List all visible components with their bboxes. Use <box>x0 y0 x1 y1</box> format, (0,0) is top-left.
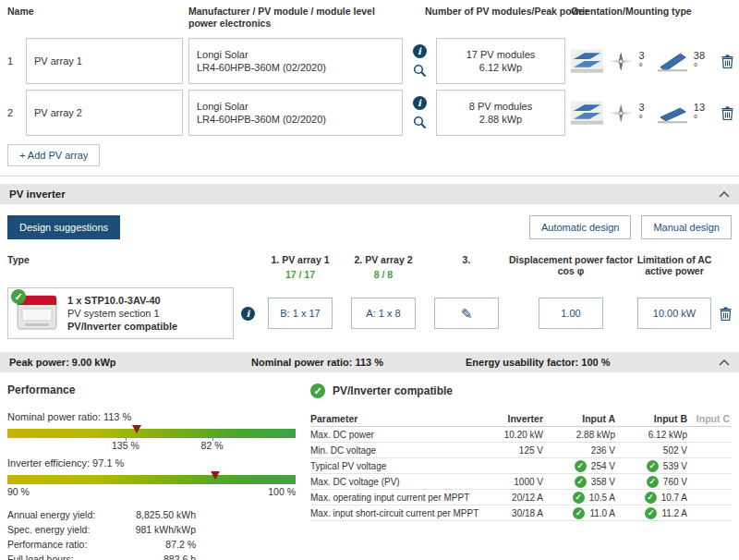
pv-array-name-field[interactable]: PV array 2 <box>26 90 183 136</box>
pv-array-name-field[interactable]: PV array 1 <box>26 38 183 84</box>
orientation-cell: 3 ° 13 ° <box>571 90 711 136</box>
inverter-type-field[interactable]: ✓ 1 x STP10.0-3AV-40 PV system section 1… <box>7 287 234 339</box>
inverter-title: 1 x STP10.0-3AV-40 <box>67 294 177 307</box>
peak-power: 6.12 kWp <box>479 61 522 74</box>
search-icon <box>413 116 427 129</box>
stat-row: Performance ratio:87.2 % <box>7 537 196 552</box>
array2-input-assignment[interactable]: A: 1 x 8 <box>351 298 416 329</box>
delete-pv-array-button[interactable] <box>721 55 733 68</box>
module-type: LR4-60HPB-360M (02/2020) <box>197 61 394 74</box>
mounting-type-icon <box>571 49 603 73</box>
inverter-value: 1000 V <box>490 477 543 487</box>
manual-design-button[interactable]: Manual design <box>641 215 732 239</box>
col-input-b: Input B <box>619 413 687 424</box>
input-a-value: 358 V <box>591 477 615 487</box>
automatic-design-button[interactable]: Automatic design <box>529 215 631 239</box>
ok-check-icon: ✓ <box>575 476 587 488</box>
ok-check-icon: ✓ <box>573 492 585 504</box>
column-pv-array-2: 2. PV array 2 <box>354 254 412 265</box>
stat-label: Full load hours: <box>7 554 74 560</box>
array3-input-assignment[interactable]: ✎ <box>434 298 499 329</box>
tilt-value: 13 ° <box>694 102 711 124</box>
column-pv-array-1: 1. PV array 1 <box>271 254 329 265</box>
array1-input-assignment[interactable]: B: 1 x 17 <box>268 298 333 329</box>
design-suggestions-button[interactable]: Design suggestions <box>7 215 120 239</box>
performance-panel: Performance Nominal power ratio: 113 % 1… <box>7 382 296 560</box>
section-divider <box>0 176 739 177</box>
input-a-value: 236 V <box>547 445 615 456</box>
stat-label: Annual energy yield: <box>7 509 95 520</box>
inverter-value: 30/18 A <box>490 508 543 518</box>
input-b-value: 502 V <box>619 445 687 456</box>
efficiency-gauge-bar <box>7 475 296 484</box>
azimuth-value: 3 ° <box>638 50 650 72</box>
stat-value: 87.2 % <box>165 539 196 550</box>
info-icon[interactable]: i <box>241 307 255 321</box>
pv-module-field[interactable]: Longi Solar LR4-60HPB-360M (02/2020) <box>188 90 403 136</box>
column-name: Name <box>7 6 183 30</box>
compatibility-title: PV/Inverter compatible <box>333 384 453 397</box>
input-b-value: 10.7 A <box>661 493 687 503</box>
azimuth-value: 3 ° <box>638 102 650 124</box>
stat-row: Spec. energy yield:981 kWh/kWp <box>7 522 196 537</box>
modules-count: 8 PV modules <box>469 100 532 113</box>
pv-inverter-section-header[interactable]: PV inverter <box>0 184 739 204</box>
compat-row: Max. input short-circuit current per MPP… <box>310 505 732 521</box>
col-input-a: Input A <box>547 413 615 424</box>
results-summary-bar[interactable]: Peak power: 9.00 kWp Nominal power ratio… <box>0 352 739 372</box>
param-label: Max. DC voltage (PV) <box>310 477 486 487</box>
trash-icon <box>721 106 733 120</box>
modules-peak-power-field[interactable]: 17 PV modules 6.12 kWp <box>436 38 565 84</box>
efficiency-bar-label: Inverter efficiency: 97.1 % <box>7 457 296 469</box>
column-ac-limit: Limitation of AC active power <box>634 254 715 280</box>
column-orientation: Orientation/Mounting type <box>571 6 711 30</box>
npr-ticks: 135 % 82 % <box>7 438 296 452</box>
compat-row: Max. operating input current per MPPT 20… <box>310 490 732 505</box>
modules-peak-power-field[interactable]: 8 PV modules 2.88 kWp <box>436 90 565 136</box>
ok-check-icon: ✓ <box>573 507 585 519</box>
search-module-button[interactable] <box>413 64 427 78</box>
ok-check-icon: ✓ <box>645 492 657 504</box>
inverter-image: ✓ <box>16 294 58 333</box>
array1-module-count: 17 / 17 <box>285 269 315 280</box>
tilt-value: 38 ° <box>694 50 711 72</box>
chevron-up-icon[interactable] <box>719 359 730 366</box>
input-a-value: 254 V <box>591 461 615 471</box>
efficiency-marker <box>211 471 220 480</box>
inverter-value: 10.20 kW <box>490 430 543 440</box>
summary-nominal-power-ratio: Nominal power ratio: 113 % <box>251 357 466 368</box>
pv-array-name: PV array 1 <box>34 55 175 67</box>
compatibility-table: Parameter Inverter Input A Input B Input… <box>310 411 732 521</box>
compat-header-row: Parameter Inverter Input A Input B Input… <box>310 411 732 427</box>
param-label: Min. DC voltage <box>310 445 486 456</box>
delete-inverter-button[interactable] <box>720 307 732 321</box>
search-module-button[interactable] <box>413 116 427 129</box>
npr-marker <box>132 425 141 433</box>
npr-gauge-bar <box>7 429 296 438</box>
pv-module-field[interactable]: Longi Solar LR4-60HPB-360M (02/2020) <box>188 38 403 84</box>
trash-icon <box>721 55 733 68</box>
delete-pv-array-button[interactable] <box>721 106 733 120</box>
module-manufacturer: Longi Solar <box>197 100 394 113</box>
column-cos-phi: Displacement power factor cos φ <box>508 254 634 280</box>
efficiency-ticks: 90 % 100 % <box>7 484 296 498</box>
param-label: Typical PV voltage <box>310 461 486 471</box>
module-manufacturer: Longi Solar <box>197 48 394 61</box>
compatibility-panel: ✓ PV/Inverter compatible Parameter Inver… <box>310 382 732 560</box>
npr-tick-right: 82 % <box>201 440 224 451</box>
ac-limit-field[interactable]: 10.00 kW <box>637 298 711 329</box>
row-index: 1 <box>7 38 20 84</box>
stat-value: 981 kWh/kWp <box>136 524 196 535</box>
cos-phi-field[interactable]: 1.00 <box>539 298 603 329</box>
input-b-value: 11.2 A <box>661 508 687 518</box>
stat-value: 882.6 h <box>164 554 196 560</box>
chevron-up-icon[interactable] <box>719 191 730 198</box>
npr-tick-left: 135 % <box>112 440 139 451</box>
add-pv-array-button[interactable]: + Add PV array <box>7 144 100 166</box>
compat-row: Typical PV voltage ✓254 V ✓539 V <box>310 458 732 474</box>
param-label: Max. operating input current per MPPT <box>310 493 486 503</box>
edit-pencil-icon: ✎ <box>461 307 473 321</box>
info-icon[interactable]: i <box>413 44 427 58</box>
info-icon[interactable]: i <box>413 96 427 110</box>
pv-array-row: 2 PV array 2 Longi Solar LR4-60HPB-360M … <box>7 90 732 136</box>
